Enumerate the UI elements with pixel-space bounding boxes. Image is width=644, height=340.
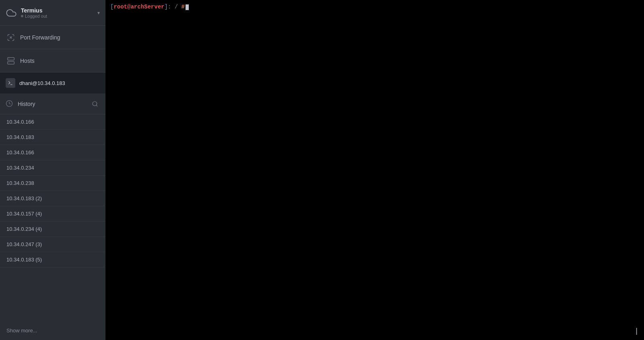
bracket-close: ] [164,3,167,11]
prompt-space [178,3,181,11]
history-search-button[interactable] [90,99,100,109]
svg-rect-0 [8,57,14,60]
prompt-host: archServer [130,3,164,11]
app-title-group: Termius Logged out [21,7,47,19]
history-item[interactable]: 10.34.0.157 (4) [0,206,105,222]
mouse-cursor: | [636,327,638,335]
history-label: History [18,101,35,107]
svg-line-7 [96,105,97,106]
chevron-down-icon[interactable]: ▾ [97,10,100,16]
history-header-left: History [6,100,35,108]
history-item[interactable]: 10.34.0.166 [0,145,105,160]
history-icon [6,100,14,108]
status-dot [21,15,23,17]
prompt-at: @ [127,3,130,11]
sidebar-item-port-forwarding[interactable]: Port Forwarding [0,26,105,49]
terminal-cursor [186,4,189,10]
history-header: History [0,93,105,114]
terminal-area[interactable]: [ root @ archServer ] : / # | [105,0,644,340]
history-item[interactable]: 10.34.0.247 (3) [0,237,105,252]
prompt-path: : / [168,3,178,11]
history-item[interactable]: 10.34.0.183 (2) [0,191,105,206]
prompt-root: root [114,3,127,11]
history-item[interactable]: 10.34.0.234 [0,160,105,176]
svg-point-6 [93,102,97,106]
session-label: dhani@10.34.0.183 [19,80,65,86]
history-item[interactable]: 10.34.0.238 [0,176,105,191]
terminal-icon [6,78,15,88]
prompt-hash: # [181,3,184,11]
hosts-icon [6,56,15,65]
app-header-left: Termius Logged out [6,7,47,19]
app-status-text: Logged out [25,14,47,19]
terminal-prompt: [ root @ archServer ] : / # [110,3,639,11]
hosts-label: Hosts [20,58,35,64]
port-forwarding-label: Port Forwarding [20,34,60,41]
history-item[interactable]: 10.34.0.183 [0,130,105,145]
svg-rect-1 [8,61,14,64]
history-item[interactable]: 10.34.0.234 (4) [0,222,105,237]
show-more-button[interactable]: Show more... [0,323,105,340]
active-session[interactable]: dhani@10.34.0.183 [0,73,105,93]
sidebar-item-hosts[interactable]: Hosts [0,49,105,73]
app-header[interactable]: Termius Logged out ▾ [0,0,105,26]
history-item[interactable]: 10.34.0.166 [0,114,105,130]
bracket-open: [ [110,3,114,11]
app-status: Logged out [21,14,47,19]
app-title: Termius [21,7,47,14]
cloud-icon [6,7,17,19]
history-section: History 10.34.0.16610.34.0.18310.34.0.16… [0,93,105,340]
port-forwarding-icon [6,33,15,42]
sidebar: Termius Logged out ▾ Port Forwarding [0,0,105,340]
history-item[interactable]: 10.34.0.183 (5) [0,252,105,267]
history-list: 10.34.0.16610.34.0.18310.34.0.16610.34.0… [0,114,105,323]
